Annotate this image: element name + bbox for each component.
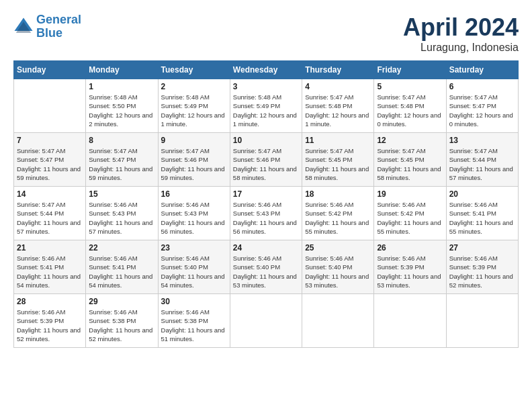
logo: General Blue [13,13,81,40]
day-number: 22 [89,243,154,253]
weekday-header-cell: Monday [86,61,158,79]
weekday-header-cell: Saturday [446,61,518,79]
day-number: 19 [377,189,443,199]
day-info: Sunrise: 5:46 AMSunset: 5:38 PMDaylight:… [161,308,227,343]
day-info: Sunrise: 5:46 AMSunset: 5:38 PMDaylight:… [89,308,154,343]
calendar-week-row: 7Sunrise: 5:47 AMSunset: 5:47 PMDaylight… [14,133,519,187]
day-info: Sunrise: 5:47 AMSunset: 5:47 PMDaylight:… [89,146,154,182]
day-info: Sunrise: 5:46 AMSunset: 5:40 PMDaylight:… [161,254,227,289]
calendar-body: 1Sunrise: 5:48 AMSunset: 5:50 PMDaylight… [14,79,519,348]
calendar-cell: 20Sunrise: 5:46 AMSunset: 5:41 PMDayligh… [446,187,518,240]
calendar-cell: 6Sunrise: 5:47 AMSunset: 5:47 PMDaylight… [446,79,518,133]
day-info: Sunrise: 5:46 AMSunset: 5:39 PMDaylight:… [17,308,83,343]
day-info: Sunrise: 5:46 AMSunset: 5:39 PMDaylight:… [449,254,515,289]
calendar-cell: 4Sunrise: 5:47 AMSunset: 5:48 PMDaylight… [302,79,374,133]
calendar-cell: 23Sunrise: 5:46 AMSunset: 5:40 PMDayligh… [158,240,230,294]
calendar-table: SundayMondayTuesdayWednesdayThursdayFrid… [13,60,519,348]
calendar-week-row: 28Sunrise: 5:46 AMSunset: 5:39 PMDayligh… [14,294,519,348]
calendar-cell: 8Sunrise: 5:47 AMSunset: 5:47 PMDaylight… [86,133,158,187]
day-info: Sunrise: 5:47 AMSunset: 5:44 PMDaylight:… [449,146,515,182]
day-info: Sunrise: 5:46 AMSunset: 5:41 PMDaylight:… [17,254,83,289]
day-number: 28 [17,297,83,306]
logo-text: General Blue [36,13,81,40]
calendar-cell [14,79,86,133]
day-number: 4 [305,82,371,91]
day-info: Sunrise: 5:47 AMSunset: 5:44 PMDaylight:… [17,200,83,236]
calendar-cell: 16Sunrise: 5:46 AMSunset: 5:43 PMDayligh… [158,187,230,240]
calendar-cell [230,294,302,348]
day-info: Sunrise: 5:48 AMSunset: 5:50 PMDaylight:… [89,93,154,128]
day-number: 20 [449,189,515,199]
day-info: Sunrise: 5:47 AMSunset: 5:46 PMDaylight:… [233,146,299,182]
calendar-cell: 11Sunrise: 5:47 AMSunset: 5:45 PMDayligh… [302,133,374,187]
calendar-cell: 12Sunrise: 5:47 AMSunset: 5:45 PMDayligh… [374,133,446,187]
day-number: 24 [233,243,299,253]
day-number: 9 [161,136,227,145]
day-number: 5 [377,82,443,91]
calendar-cell: 22Sunrise: 5:46 AMSunset: 5:41 PMDayligh… [86,240,158,294]
day-number: 6 [449,82,515,91]
day-info: Sunrise: 5:46 AMSunset: 5:42 PMDaylight:… [305,200,371,236]
day-number: 29 [89,297,154,306]
month-title: April 2024 [403,13,519,42]
day-info: Sunrise: 5:47 AMSunset: 5:47 PMDaylight:… [449,93,515,128]
logo-line2: Blue [36,26,62,40]
calendar-cell: 9Sunrise: 5:47 AMSunset: 5:46 PMDaylight… [158,133,230,187]
day-number: 14 [17,189,83,199]
logo-icon [13,17,34,37]
day-number: 7 [17,136,83,145]
logo-line1: General [36,13,81,26]
day-number: 30 [161,297,227,306]
day-info: Sunrise: 5:46 AMSunset: 5:40 PMDaylight:… [305,254,371,289]
day-info: Sunrise: 5:47 AMSunset: 5:48 PMDaylight:… [305,93,371,128]
calendar-cell: 26Sunrise: 5:46 AMSunset: 5:39 PMDayligh… [374,240,446,294]
day-info: Sunrise: 5:47 AMSunset: 5:46 PMDaylight:… [161,146,227,182]
day-number: 21 [17,243,83,253]
calendar-cell: 18Sunrise: 5:46 AMSunset: 5:42 PMDayligh… [302,187,374,240]
day-number: 11 [305,136,371,145]
calendar-cell [302,294,374,348]
day-number: 10 [233,136,299,145]
day-info: Sunrise: 5:46 AMSunset: 5:41 PMDaylight:… [89,254,154,289]
calendar-cell: 5Sunrise: 5:47 AMSunset: 5:48 PMDaylight… [374,79,446,133]
calendar-cell: 2Sunrise: 5:48 AMSunset: 5:49 PMDaylight… [158,79,230,133]
weekday-header-cell: Thursday [302,61,374,79]
day-number: 12 [377,136,443,145]
calendar-week-row: 21Sunrise: 5:46 AMSunset: 5:41 PMDayligh… [14,240,519,294]
page-header: General Blue April 2024 Luragung, Indone… [13,13,519,54]
day-info: Sunrise: 5:46 AMSunset: 5:42 PMDaylight:… [377,200,443,236]
day-info: Sunrise: 5:46 AMSunset: 5:43 PMDaylight:… [161,200,227,236]
day-number: 17 [233,189,299,199]
calendar-cell: 21Sunrise: 5:46 AMSunset: 5:41 PMDayligh… [14,240,86,294]
day-number: 23 [161,243,227,253]
day-info: Sunrise: 5:46 AMSunset: 5:39 PMDaylight:… [377,254,443,289]
calendar-cell: 24Sunrise: 5:46 AMSunset: 5:40 PMDayligh… [230,240,302,294]
day-info: Sunrise: 5:46 AMSunset: 5:43 PMDaylight:… [233,200,299,236]
day-info: Sunrise: 5:48 AMSunset: 5:49 PMDaylight:… [161,93,227,128]
calendar-cell [446,294,518,348]
calendar-cell: 7Sunrise: 5:47 AMSunset: 5:47 PMDaylight… [14,133,86,187]
calendar-cell: 10Sunrise: 5:47 AMSunset: 5:46 PMDayligh… [230,133,302,187]
day-info: Sunrise: 5:48 AMSunset: 5:49 PMDaylight:… [233,93,299,128]
calendar-cell: 29Sunrise: 5:46 AMSunset: 5:38 PMDayligh… [86,294,158,348]
day-info: Sunrise: 5:46 AMSunset: 5:41 PMDaylight:… [449,200,515,236]
day-info: Sunrise: 5:47 AMSunset: 5:45 PMDaylight:… [377,146,443,182]
day-number: 8 [89,136,154,145]
calendar-week-row: 14Sunrise: 5:47 AMSunset: 5:44 PMDayligh… [14,187,519,240]
calendar-cell: 3Sunrise: 5:48 AMSunset: 5:49 PMDaylight… [230,79,302,133]
location: Luragung, Indonesia [403,42,519,54]
calendar-cell: 17Sunrise: 5:46 AMSunset: 5:43 PMDayligh… [230,187,302,240]
calendar-cell: 19Sunrise: 5:46 AMSunset: 5:42 PMDayligh… [374,187,446,240]
day-number: 2 [161,82,227,91]
calendar-cell: 1Sunrise: 5:48 AMSunset: 5:50 PMDaylight… [86,79,158,133]
calendar-cell: 14Sunrise: 5:47 AMSunset: 5:44 PMDayligh… [14,187,86,240]
day-info: Sunrise: 5:46 AMSunset: 5:40 PMDaylight:… [233,254,299,289]
day-number: 1 [89,82,154,91]
weekday-header-cell: Tuesday [158,61,230,79]
calendar-cell: 25Sunrise: 5:46 AMSunset: 5:40 PMDayligh… [302,240,374,294]
weekday-header-cell: Sunday [14,61,86,79]
weekday-header-row: SundayMondayTuesdayWednesdayThursdayFrid… [14,61,519,79]
calendar-cell [374,294,446,348]
day-info: Sunrise: 5:46 AMSunset: 5:43 PMDaylight:… [89,200,154,236]
weekday-header-cell: Wednesday [230,61,302,79]
